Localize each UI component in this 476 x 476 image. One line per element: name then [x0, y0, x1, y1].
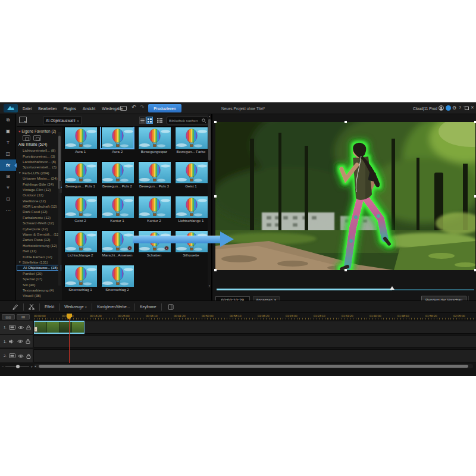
effect-thumbnail-image[interactable]	[64, 161, 96, 183]
effect-thumb-aura-1[interactable]: Aura 1	[63, 127, 98, 154]
produce-button[interactable]: Produzieren	[148, 104, 181, 112]
effect-thumbnail-image[interactable]	[64, 230, 96, 252]
tree-item-sportvoreinstell-[interactable]: Sportvoreinstell... (3)	[17, 164, 61, 170]
menu-ansicht[interactable]: Ansicht	[83, 107, 95, 111]
avatar-icon[interactable]	[439, 105, 444, 111]
effect-thumb-bewegun-puls-2[interactable]: Bewegun... Puls 2	[100, 161, 134, 188]
timeline-ruler[interactable]: 00:00:0000:08:1000:16:2000:25:0000:33:10…	[34, 313, 476, 320]
media-room-icon[interactable]: ⧉	[0, 114, 16, 126]
title-room-icon[interactable]: T	[0, 137, 16, 148]
zoom-knob[interactable]	[16, 365, 20, 368]
effect-thumb-bewegun-puls-3[interactable]: Bewegun... Puls 3	[137, 161, 171, 188]
tree-item-landschaftsvor-[interactable]: Landschaftsvor... (8)	[17, 159, 61, 164]
selection-handle[interactable]	[214, 195, 217, 198]
preview-seekbar[interactable]	[217, 289, 474, 291]
playhead-line[interactable]	[69, 314, 70, 363]
effect-thumbnail-image[interactable]	[138, 196, 170, 217]
track-lock-icon[interactable]	[26, 325, 31, 330]
tree-item-schwarz-wei-[interactable]: Schwarz-Weiß (12)	[17, 220, 61, 226]
screen-mode-icon[interactable]	[120, 106, 127, 111]
selection-handle[interactable]	[345, 121, 347, 123]
zoom-in-icon[interactable]: +	[30, 365, 33, 368]
tree-item-warm-gem-tli-[interactable]: Warm & Gemütli... (12)	[17, 231, 61, 237]
effect-thumbnail-image[interactable]	[175, 161, 207, 183]
tree-item-spezial[interactable]: Spezial (17)	[17, 276, 61, 281]
effect-thumbnail-image[interactable]	[101, 161, 133, 183]
tree-item-stil[interactable]: Stil (40)	[17, 281, 61, 287]
tree-item-farbakzente[interactable]: Farbakzente (12)	[17, 215, 61, 220]
close-icon[interactable]: ✕	[471, 105, 474, 110]
tree-item-lichtvoreinstell-[interactable]: Lichtvoreinstell... (8)	[17, 148, 61, 153]
track-manager-button[interactable]: ▤▤	[2, 314, 15, 320]
favorites-header[interactable]: ♥ Eigene Favoriten (2)	[18, 129, 61, 133]
tree-item-hdr-landschaft[interactable]: HDR Landschaft (12)	[17, 203, 61, 209]
tree-scrollbar[interactable]	[58, 132, 61, 286]
track-lane-video-1[interactable]	[34, 321, 476, 334]
category-dropdown[interactable]: AI-Objektauswahl ∨	[43, 117, 82, 124]
track-visibility-eye-icon[interactable]	[18, 354, 24, 358]
tree-item-textmaskierung[interactable]: Textmaskierung (4)	[17, 287, 61, 293]
effect-thumbnail-image[interactable]: ♥	[101, 230, 133, 252]
track-lock-icon[interactable]	[26, 339, 30, 344]
tree-item-wei-t-ne[interactable]: Weißtöne (12)	[17, 198, 61, 203]
panel-options-icon[interactable]	[168, 304, 174, 310]
gear-icon[interactable]: ⚙	[452, 105, 456, 111]
preview-video[interactable]	[215, 122, 475, 270]
effect-thumbnail-image[interactable]	[64, 196, 96, 217]
scroll-left-icon[interactable]: ◂	[35, 364, 36, 368]
effect-thumbnail-image[interactable]	[138, 161, 170, 183]
timeline-zoom-slider[interactable]: − +	[2, 364, 33, 369]
undo-button[interactable]: ↶	[131, 104, 136, 110]
tree-item-farb-luts[interactable]: ▼Farb-LUTs (204)	[17, 170, 61, 176]
selection-handle[interactable]	[214, 121, 217, 123]
tree-item-zartes-rosa[interactable]: Zartes Rosa (12)	[17, 237, 61, 242]
effect-thumb-geist-1[interactable]: Geist 1	[174, 161, 208, 188]
favorite-mini-thumb[interactable]	[23, 135, 30, 141]
tree-item-partikel[interactable]: Partikel (20)	[17, 271, 61, 276]
effect-thumb-aura-2[interactable]: Aura 2	[100, 127, 134, 154]
adjustment-room-icon[interactable]: ▣	[0, 126, 16, 137]
tree-item-cyberpunk[interactable]: Cyberpunk (12)	[17, 226, 61, 231]
search-input[interactable]: Bibliothek suchen	[167, 117, 208, 124]
effect-thumbnail-image[interactable]	[64, 265, 96, 286]
tree-item-k-hle-farben[interactable]: Kühle Farben (12)	[17, 253, 61, 259]
tree-item-vintage-film[interactable]: Vintage-Film (12)	[17, 187, 61, 192]
restore-icon[interactable]	[465, 107, 469, 110]
effect-thumb-geist-2[interactable]: Geist 2	[63, 196, 98, 223]
menu-bearbeiten[interactable]: Bearbeiten	[38, 107, 57, 111]
effect-thumbnail-image[interactable]	[101, 196, 133, 217]
fit-timeline-button[interactable]: ‖‖‖	[17, 314, 30, 320]
timeline-horizontal-scrollbar[interactable]: ◂	[34, 364, 473, 368]
transition-room-icon[interactable]: ◫	[0, 148, 16, 159]
effect-thumbnail-image[interactable]	[175, 196, 207, 217]
effect-room-icon[interactable]: fx	[0, 159, 16, 171]
menu-datei[interactable]: Datei	[23, 107, 32, 111]
tree-item-hell[interactable]: Hell (12)	[17, 248, 61, 253]
tree-item-urbaner-minim-[interactable]: Urbaner Minim... (24)	[17, 176, 61, 181]
library-menu-icon[interactable]	[157, 118, 162, 123]
more-rooms-icon[interactable]: ⋯	[0, 205, 16, 216]
effect-thumb-bewegungsspur[interactable]: Bewegungsspur	[137, 127, 171, 154]
menu-plugins[interactable]: Plugins	[64, 107, 76, 111]
effect-thumb-marschi-ameisen[interactable]: ♥Marschi...Ameisen	[100, 230, 134, 257]
sync-icon[interactable]	[446, 105, 451, 111]
track-visibility-eye-icon[interactable]	[18, 325, 24, 330]
effect-thumbnail-image[interactable]	[138, 127, 170, 148]
tree-item-herbststimmung[interactable]: Herbststimmung (12)	[17, 243, 61, 248]
audio-marker-icon[interactable]: ▼	[0, 182, 16, 193]
effect-thumbnail-image[interactable]	[101, 127, 133, 148]
timeline-video-clip[interactable]: i	[34, 321, 84, 334]
import-media-icon[interactable]	[19, 117, 27, 123]
effect-thumbnail-image[interactable]	[101, 265, 133, 286]
track-header-audio-1[interactable]: 1.	[0, 335, 33, 347]
list-view-toggle[interactable]	[139, 117, 146, 124]
effect-thumb-lichtschlange-2[interactable]: Lichtschlange 2	[63, 230, 98, 257]
tree-item-visuell[interactable]: Visuell (38)	[17, 293, 61, 298]
toolbar-effekt[interactable]: Effekt	[45, 305, 54, 309]
toolbar-werkzeuge[interactable]: Werkzeuge∨	[64, 305, 87, 309]
effect-thumb-bewegun-puls-1[interactable]: Bewegun... Puls 1	[63, 161, 98, 188]
selection-handle[interactable]	[214, 269, 217, 271]
selection-handle[interactable]	[345, 269, 347, 271]
playhead-pin[interactable]	[67, 314, 72, 317]
toolbar-korrigieren-verbe-[interactable]: Korrigieren/Verbe...	[97, 305, 130, 309]
